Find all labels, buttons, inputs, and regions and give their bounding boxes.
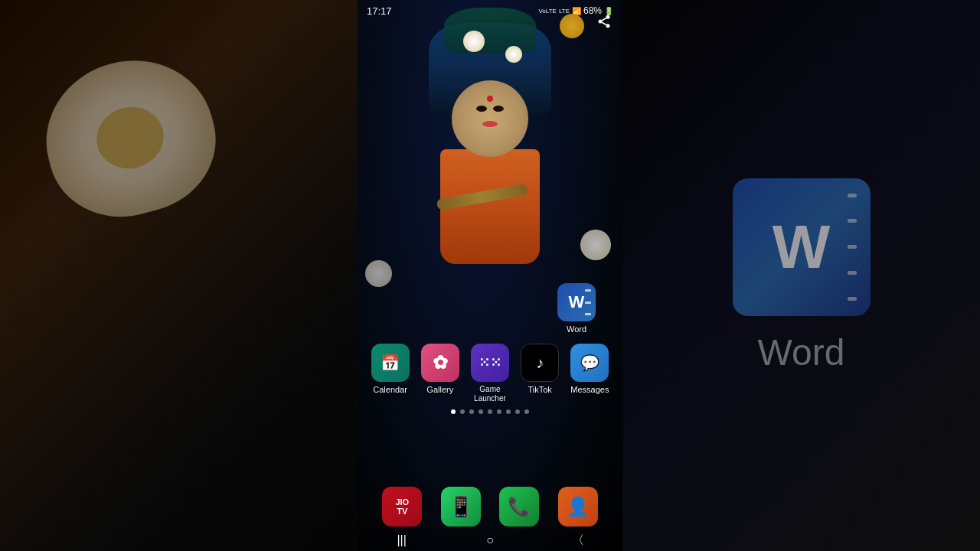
word-label: Word bbox=[567, 324, 586, 334]
status-time: 17:17 bbox=[367, 5, 392, 17]
dot-9 bbox=[524, 409, 529, 414]
apps-area: W Word 📅 Calendar bbox=[358, 283, 622, 419]
bg-flower-decoration bbox=[29, 42, 231, 233]
back-button[interactable]: 〈 bbox=[563, 533, 593, 549]
nav-bar: ||| ○ 〈 bbox=[358, 530, 622, 551]
main-app-row: 📅 Calendar ✿ Gallery ⁙⁙ GameLauncher ♪ bbox=[365, 344, 615, 403]
dot-1 bbox=[451, 409, 456, 414]
calendar-icon[interactable]: 📅 bbox=[371, 344, 410, 382]
jiotv-icon[interactable]: JIOTV bbox=[382, 487, 422, 527]
bg-left-overlay bbox=[0, 0, 358, 551]
gallery-emoji: ✿ bbox=[433, 352, 448, 373]
tiktok-icon[interactable]: ♪ bbox=[521, 344, 559, 382]
word-doc-lines bbox=[585, 289, 591, 315]
contacts-icon[interactable]: 👤 bbox=[558, 487, 598, 527]
home-button[interactable]: ○ bbox=[475, 533, 505, 547]
gamelauncher-label: GameLauncher bbox=[474, 385, 506, 403]
contacts-symbol: 👤 bbox=[567, 496, 590, 517]
lte-icon: LTE bbox=[559, 8, 570, 15]
gallery-icon[interactable]: ✿ bbox=[421, 344, 459, 382]
word-app-row: W Word bbox=[365, 283, 615, 334]
status-bar: 17:17 VoLTE LTE 📶 68% 🔋 bbox=[358, 0, 622, 21]
menu-icon: ||| bbox=[397, 533, 406, 546]
word-w-letter: W bbox=[569, 292, 585, 312]
dot-8 bbox=[515, 409, 520, 414]
word-icon[interactable]: W bbox=[557, 283, 596, 321]
gallery-label: Gallery bbox=[426, 385, 453, 395]
svg-point-2 bbox=[606, 24, 610, 28]
app-icon-calendar[interactable]: 📅 Calendar bbox=[368, 344, 413, 395]
whatsapp-symbol: 📱 bbox=[449, 495, 473, 519]
word-icon-large-bg: W bbox=[733, 178, 871, 316]
tiktok-label: TikTok bbox=[528, 385, 551, 395]
whatsapp-icon[interactable]: 📱 bbox=[441, 487, 481, 527]
back-icon: 〈 bbox=[572, 533, 584, 546]
app-icon-tiktok[interactable]: ♪ TikTok bbox=[517, 344, 563, 395]
dot-4 bbox=[479, 409, 483, 414]
menu-button[interactable]: ||| bbox=[387, 533, 417, 547]
word-label-large-bg: Word bbox=[758, 331, 845, 373]
assistive-touch-bubble[interactable] bbox=[560, 14, 584, 38]
phone-frame: 17:17 VoLTE LTE 📶 68% 🔋 W bbox=[358, 0, 622, 551]
share-button[interactable] bbox=[593, 11, 615, 32]
app-icon-phone[interactable]: 📞 bbox=[496, 487, 542, 530]
app-icon-gallery[interactable]: ✿ Gallery bbox=[417, 344, 463, 395]
svg-line-3 bbox=[602, 22, 606, 24]
calendar-label: Calendar bbox=[373, 385, 407, 395]
word-icon-inner: W bbox=[557, 283, 596, 321]
messages-icon[interactable]: 💬 bbox=[570, 344, 609, 382]
phone-icon[interactable]: 📞 bbox=[499, 487, 539, 527]
dot-7 bbox=[506, 409, 511, 414]
bg-right-overlay: W Word bbox=[622, 0, 980, 551]
svg-point-0 bbox=[606, 15, 610, 19]
app-icon-gamelauncher[interactable]: ⁙⁙ GameLauncher bbox=[467, 344, 513, 403]
home-icon: ○ bbox=[486, 533, 494, 546]
page-dots bbox=[365, 409, 615, 414]
dot-5 bbox=[488, 409, 492, 414]
dot-2 bbox=[460, 409, 465, 414]
tiktok-symbol: ♪ bbox=[536, 354, 544, 372]
app-icon-whatsapp[interactable]: 📱 bbox=[438, 487, 484, 530]
dock: JIOTV 📱 📞 👤 bbox=[358, 487, 622, 530]
messages-label: Messages bbox=[570, 385, 609, 395]
phone-symbol: 📞 bbox=[508, 496, 531, 517]
wallpaper bbox=[358, 0, 622, 551]
dot-6 bbox=[497, 409, 501, 414]
svg-line-4 bbox=[602, 18, 606, 20]
svg-point-1 bbox=[599, 20, 603, 24]
calendar-emoji: 📅 bbox=[381, 354, 400, 372]
gamelauncher-icon[interactable]: ⁙⁙ bbox=[471, 344, 509, 382]
word-w-large: W bbox=[773, 217, 831, 278]
jiotv-text: JIOTV bbox=[395, 497, 409, 516]
app-icon-messages[interactable]: 💬 Messages bbox=[567, 344, 612, 395]
app-icon-word[interactable]: W Word bbox=[554, 283, 599, 334]
gamelauncher-symbol: ⁙⁙ bbox=[479, 354, 501, 371]
messages-symbol: 💬 bbox=[580, 354, 599, 372]
sim-icon: VoLTE bbox=[538, 8, 556, 15]
dot-3 bbox=[469, 409, 474, 414]
app-icon-jiotv[interactable]: JIOTV bbox=[379, 487, 425, 530]
app-icon-contacts[interactable]: 👤 bbox=[555, 487, 601, 530]
